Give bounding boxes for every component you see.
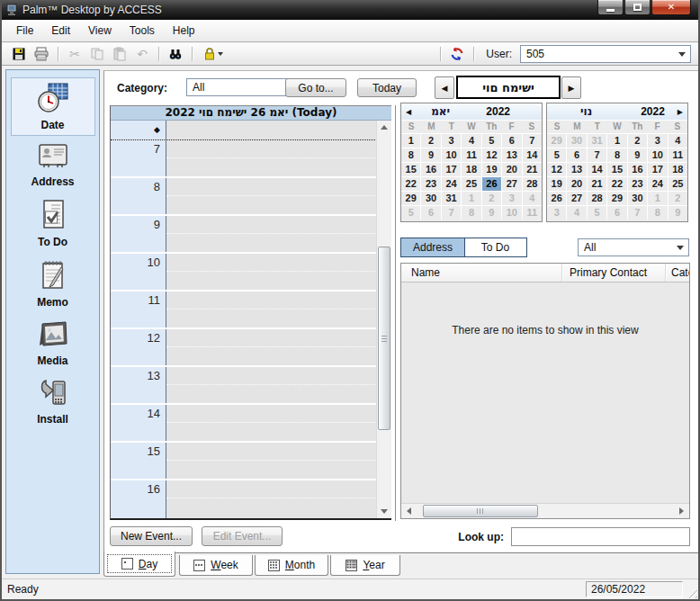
menu-item-file[interactable]: File: [7, 21, 42, 40]
close-button[interactable]: ✕: [651, 0, 691, 15]
print-button[interactable]: [31, 45, 51, 63]
calendar-day[interactable]: 30: [567, 134, 586, 148]
calendar-day[interactable]: 9: [669, 206, 687, 220]
calendar-day[interactable]: 4: [462, 134, 480, 148]
user-combo[interactable]: 505: [520, 45, 691, 63]
calendar-day[interactable]: 6: [421, 206, 440, 220]
calendar-day[interactable]: 11: [669, 148, 687, 162]
calendar-day[interactable]: 23: [421, 177, 440, 191]
scrollbar-thumb[interactable]: [423, 505, 538, 517]
calendar-day[interactable]: 1: [607, 134, 626, 148]
hour-slot[interactable]: [166, 443, 377, 479]
scroll-left-icon[interactable]: [407, 507, 411, 515]
calendar-day[interactable]: 9: [482, 206, 501, 220]
sidebar-item-memo[interactable]: Memo: [11, 255, 95, 313]
day-view-scrollbar[interactable]: [376, 121, 391, 518]
today-button[interactable]: Today: [357, 78, 417, 97]
calendar-next-button[interactable]: ▶: [678, 108, 683, 116]
calendar-day[interactable]: 2: [669, 192, 687, 205]
calendar-prev-button[interactable]: ◀: [406, 108, 411, 116]
calendar-day[interactable]: 1: [648, 192, 667, 205]
calendar-day[interactable]: 26: [547, 192, 566, 205]
calendar-day[interactable]: 8: [607, 148, 626, 162]
menu-item-edit[interactable]: Edit: [42, 21, 79, 40]
calendar-day[interactable]: 28: [523, 177, 542, 191]
hour-slot[interactable]: [166, 292, 377, 327]
tab-month[interactable]: Month: [255, 555, 328, 576]
calendar-day[interactable]: 29: [607, 192, 626, 205]
calendar-day[interactable]: 25: [669, 177, 687, 191]
calendar-day[interactable]: 16: [628, 163, 647, 176]
untimed-event-slot[interactable]: [166, 121, 377, 139]
calendar-day[interactable]: 19: [547, 177, 566, 191]
calendar-day[interactable]: 10: [648, 148, 667, 162]
hour-slot[interactable]: [166, 329, 377, 365]
column-header-name[interactable]: Name: [401, 264, 562, 282]
calendar-day[interactable]: 2: [421, 134, 440, 148]
calendar-day[interactable]: 3: [502, 192, 521, 205]
prev-day-button[interactable]: ◀: [435, 76, 454, 99]
tab-year[interactable]: Year: [330, 555, 400, 576]
calendar-day[interactable]: 5: [482, 134, 501, 148]
hour-slot[interactable]: [166, 178, 377, 214]
calendar-day[interactable]: 10: [502, 206, 521, 220]
sync-icon[interactable]: [447, 45, 467, 63]
calendar-day[interactable]: 7: [523, 134, 542, 148]
calendar-day[interactable]: 14: [588, 163, 606, 176]
scroll-right-icon[interactable]: [679, 507, 684, 515]
new-event-button[interactable]: New Event...: [110, 526, 193, 546]
hour-slot[interactable]: [166, 254, 377, 290]
calendar-day[interactable]: 27: [567, 192, 586, 205]
tab-todo[interactable]: To Do: [464, 238, 527, 257]
calendar-day[interactable]: 6: [607, 206, 626, 220]
calendar-day[interactable]: 25: [462, 177, 480, 191]
calendar-day[interactable]: 21: [588, 177, 606, 191]
calendar-day[interactable]: 8: [401, 148, 420, 162]
calendar-day[interactable]: 28: [588, 192, 606, 205]
resize-grip[interactable]: [685, 586, 697, 598]
save-button[interactable]: [9, 45, 29, 63]
calendar-day[interactable]: 5: [401, 206, 420, 220]
minimize-button[interactable]: [597, 0, 624, 15]
calendar-day[interactable]: 6: [567, 148, 586, 162]
goto-button[interactable]: Go to...: [285, 78, 346, 97]
calendar-day[interactable]: 16: [421, 163, 440, 176]
calendar-day[interactable]: 18: [462, 163, 480, 176]
column-header-category[interactable]: Category: [666, 264, 689, 282]
calendar-day[interactable]: 4: [523, 192, 542, 205]
calendar-day[interactable]: 12: [482, 148, 501, 162]
calendar-day[interactable]: 20: [502, 163, 521, 176]
calendar-day[interactable]: 5: [588, 206, 606, 220]
hour-slot[interactable]: [166, 405, 377, 441]
calendar-day[interactable]: 8: [648, 206, 667, 220]
sidebar-item-todo[interactable]: To Do: [11, 194, 95, 253]
calendar-day[interactable]: 12: [547, 163, 566, 176]
calendar-day[interactable]: 29: [547, 134, 566, 148]
calendar-day[interactable]: 31: [588, 134, 606, 148]
calendar-day[interactable]: 11: [462, 148, 480, 162]
calendar-day[interactable]: 30: [421, 192, 440, 205]
sidebar-item-date[interactable]: Date: [11, 77, 95, 136]
lookup-input[interactable]: [511, 527, 690, 546]
menu-item-view[interactable]: View: [79, 21, 121, 40]
calendar-day[interactable]: 27: [502, 177, 521, 191]
calendar-day[interactable]: 4: [669, 134, 687, 148]
calendar-day[interactable]: 13: [502, 148, 521, 162]
calendar-day[interactable]: 22: [401, 177, 420, 191]
column-header-primary-contact[interactable]: Primary Contact: [562, 264, 666, 282]
scroll-up-icon[interactable]: [381, 125, 388, 130]
hour-slot[interactable]: [166, 367, 377, 403]
scroll-down-icon[interactable]: [381, 509, 388, 514]
hour-slot[interactable]: [166, 480, 377, 518]
calendar-day[interactable]: 22: [607, 177, 626, 191]
find-button[interactable]: [166, 45, 185, 63]
tab-week[interactable]: Week: [179, 555, 253, 576]
calendar-day[interactable]: 1: [401, 134, 420, 148]
calendar-day[interactable]: 3: [442, 134, 461, 148]
calendar-day[interactable]: 7: [628, 206, 647, 220]
calendar-day[interactable]: 1: [462, 192, 480, 205]
menu-item-tools[interactable]: Tools: [121, 21, 164, 40]
calendar-day[interactable]: 10: [442, 148, 461, 162]
calendar-day[interactable]: 3: [547, 206, 566, 220]
calendar-day[interactable]: 17: [648, 163, 667, 176]
